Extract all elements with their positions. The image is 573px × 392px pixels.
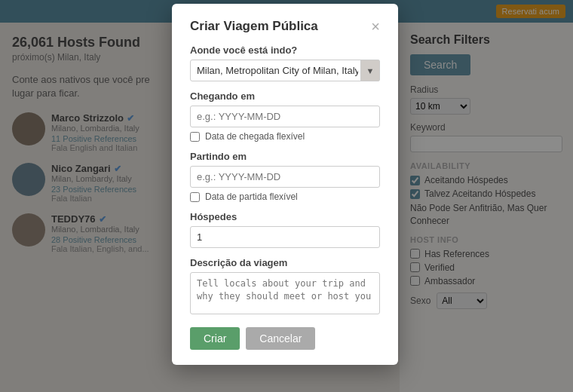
modal-title: Criar Viagem Pública — [190, 19, 318, 34]
partida-flex-label: Data de partida flexível — [205, 191, 298, 202]
chegando-flex-label: Data de chegada flexível — [205, 131, 305, 142]
destination-select-wrap: Milan, Metropolitan City of Milan, Italy… — [190, 60, 380, 81]
chegando-label: Chegando em — [190, 90, 380, 102]
partida-input[interactable] — [190, 166, 380, 188]
chegando-input[interactable] — [190, 106, 380, 127]
partida-label: Partindo em — [190, 151, 380, 162]
chegando-group: Chegando em Data de chegada flexível — [190, 90, 380, 142]
descricao-textarea[interactable] — [190, 272, 380, 314]
modal-close-button[interactable]: × — [371, 19, 380, 34]
destination-select[interactable]: Milan, Metropolitan City of Milan, Italy — [190, 60, 380, 81]
partida-group: Partindo em Data de partida flexível — [190, 151, 380, 202]
chegando-flex-checkbox[interactable] — [190, 132, 200, 142]
destination-group: Aonde você está indo? Milan, Metropolita… — [190, 44, 380, 81]
destination-label: Aonde você está indo? — [190, 44, 380, 56]
hospedes-input[interactable] — [190, 226, 380, 248]
chegando-flex-row: Data de chegada flexível — [190, 131, 380, 142]
modal-header: Criar Viagem Pública × — [190, 19, 380, 34]
descricao-label: Descrição da viagem — [190, 257, 380, 268]
descricao-group: Descrição da viagem — [190, 257, 380, 317]
partida-flex-checkbox[interactable] — [190, 192, 200, 202]
modal-dialog: Criar Viagem Pública × Aonde você está i… — [172, 4, 398, 365]
modal-footer: Criar Cancelar — [190, 327, 380, 350]
hospedes-label: Hóspedes — [190, 211, 380, 222]
cancelar-button[interactable]: Cancelar — [246, 327, 315, 350]
partida-flex-row: Data de partida flexível — [190, 191, 380, 202]
criar-button[interactable]: Criar — [190, 327, 240, 350]
hospedes-group: Hóspedes — [190, 211, 380, 248]
